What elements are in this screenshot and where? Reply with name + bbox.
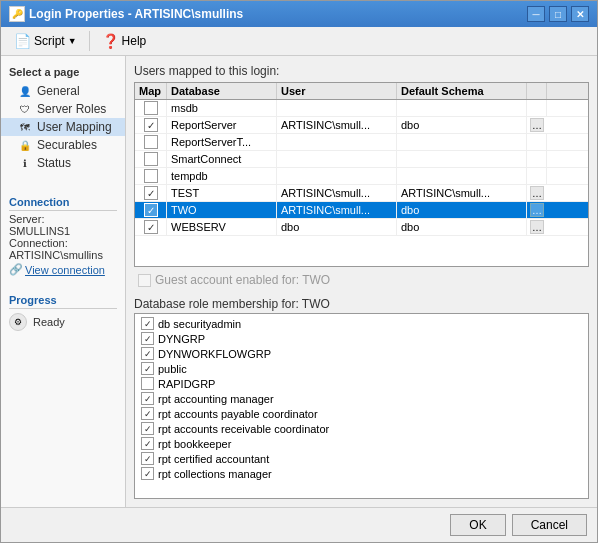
general-icon: 👤 <box>17 84 33 98</box>
row-schema: dbo <box>397 117 527 133</box>
table-row[interactable]: TEST ARTISINC\smull... ARTISINC\smull...… <box>135 185 588 202</box>
role-checkbox[interactable] <box>141 317 154 330</box>
row-btn <box>527 100 547 116</box>
row-user: ARTISINC\smull... <box>277 185 397 201</box>
help-button[interactable]: ❓ Help <box>95 30 154 52</box>
sidebar-item-securables[interactable]: 🔒 Securables <box>1 136 125 154</box>
role-item[interactable]: rpt accounting manager <box>135 391 588 406</box>
col-database: Database <box>167 83 277 99</box>
connection-section-title: Connection <box>9 196 117 211</box>
guest-row: Guest account enabled for: TWO <box>134 267 589 293</box>
sidebar-item-user-mapping[interactable]: 🗺 User Mapping <box>1 118 125 136</box>
row-database: ReportServer <box>167 117 277 133</box>
role-checkbox[interactable] <box>141 467 154 480</box>
role-item[interactable]: RAPIDGRP <box>135 376 588 391</box>
role-checkbox[interactable] <box>141 392 154 405</box>
row-checkbox[interactable] <box>144 118 158 132</box>
view-connection-link[interactable]: View connection <box>25 264 105 276</box>
row-user <box>277 168 397 184</box>
row-btn <box>527 168 547 184</box>
table-row-selected[interactable]: TWO ARTISINC\smull... dbo … <box>135 202 588 219</box>
row-user <box>277 100 397 116</box>
row-btn[interactable]: … <box>530 118 544 132</box>
title-bar: 🔑 Login Properties - ARTISINC\smullins ─… <box>1 1 597 27</box>
table-row[interactable]: ReportServerT... <box>135 134 588 151</box>
row-schema <box>397 100 527 116</box>
sidebar: Select a page 👤 General 🛡 Server Roles 🗺… <box>1 56 126 507</box>
cancel-button[interactable]: Cancel <box>512 514 587 536</box>
table-row[interactable]: WEBSERV dbo dbo … <box>135 219 588 236</box>
user-mapping-icon: 🗺 <box>17 120 33 134</box>
role-item[interactable]: public <box>135 361 588 376</box>
row-user: ARTISINC\smull... <box>277 117 397 133</box>
script-dropdown-icon: ▼ <box>68 36 77 46</box>
close-button[interactable]: ✕ <box>571 6 589 22</box>
role-name: DYNGRP <box>158 333 205 345</box>
right-panel: Users mapped to this login: Map Database… <box>126 56 597 507</box>
table-row[interactable]: ReportServer ARTISINC\smull... dbo … <box>135 117 588 134</box>
role-checkbox[interactable] <box>141 407 154 420</box>
role-item[interactable]: DYNGRP <box>135 331 588 346</box>
role-name: rpt accounts receivable coordinator <box>158 423 329 435</box>
role-checkbox[interactable] <box>141 437 154 450</box>
row-database: TWO <box>167 202 277 218</box>
guest-checkbox[interactable] <box>138 274 151 287</box>
row-checkbox[interactable] <box>144 101 158 115</box>
row-database: TEST <box>167 185 277 201</box>
role-name: rpt bookkeeper <box>158 438 231 450</box>
server-roles-icon: 🛡 <box>17 102 33 116</box>
table-row[interactable]: msdb <box>135 100 588 117</box>
sidebar-item-general[interactable]: 👤 General <box>1 82 125 100</box>
row-checkbox[interactable] <box>144 135 158 149</box>
row-checkbox[interactable] <box>144 220 158 234</box>
role-name: rpt accounts payable coordinator <box>158 408 318 420</box>
row-btn[interactable]: … <box>530 186 544 200</box>
role-checkbox[interactable] <box>141 422 154 435</box>
row-checkbox[interactable] <box>144 186 158 200</box>
role-checkbox[interactable] <box>141 347 154 360</box>
table-body: msdb ReportServer ARTISINC\smull... dbo … <box>135 100 588 266</box>
row-checkbox[interactable] <box>144 203 158 217</box>
window-icon: 🔑 <box>9 6 25 22</box>
role-item[interactable]: rpt accounts receivable coordinator <box>135 421 588 436</box>
table-row[interactable]: tempdb <box>135 168 588 185</box>
sidebar-item-server-roles[interactable]: 🛡 Server Roles <box>1 100 125 118</box>
role-name: rpt collections manager <box>158 468 272 480</box>
row-checkbox[interactable] <box>144 152 158 166</box>
row-btn <box>527 134 547 150</box>
sidebar-item-status[interactable]: ℹ Status <box>1 154 125 172</box>
role-item[interactable]: DYNWORKFLOWGRP <box>135 346 588 361</box>
row-btn[interactable]: … <box>530 203 544 217</box>
role-checkbox[interactable] <box>141 362 154 375</box>
link-icon: 🔗 <box>9 263 23 276</box>
role-item[interactable]: db securityadmin <box>135 316 588 331</box>
roles-label: Database role membership for: TWO <box>134 297 589 311</box>
connection-value: ARTISINC\smullins <box>9 249 117 261</box>
col-schema: Default Schema <box>397 83 527 99</box>
table-row[interactable]: SmartConnect <box>135 151 588 168</box>
row-schema <box>397 168 527 184</box>
role-checkbox[interactable] <box>141 452 154 465</box>
row-checkbox[interactable] <box>144 169 158 183</box>
row-btn[interactable]: … <box>530 220 544 234</box>
col-user: User <box>277 83 397 99</box>
window-controls: ─ □ ✕ <box>527 6 589 22</box>
row-user <box>277 134 397 150</box>
row-schema: dbo <box>397 202 527 218</box>
role-item[interactable]: rpt certified accountant <box>135 451 588 466</box>
role-item[interactable]: rpt collections manager <box>135 466 588 481</box>
role-checkbox[interactable] <box>141 377 154 390</box>
toolbar-separator <box>89 31 90 51</box>
role-item[interactable]: rpt bookkeeper <box>135 436 588 451</box>
col-scroll-stub <box>527 83 547 99</box>
maximize-button[interactable]: □ <box>549 6 567 22</box>
role-item[interactable]: rpt accounts payable coordinator <box>135 406 588 421</box>
row-user: dbo <box>277 219 397 235</box>
guest-label: Guest account enabled for: TWO <box>155 273 330 287</box>
minimize-button[interactable]: ─ <box>527 6 545 22</box>
script-icon: 📄 <box>14 33 31 49</box>
col-map: Map <box>135 83 167 99</box>
role-checkbox[interactable] <box>141 332 154 345</box>
ok-button[interactable]: OK <box>450 514 505 536</box>
script-button[interactable]: 📄 Script ▼ <box>7 30 84 52</box>
